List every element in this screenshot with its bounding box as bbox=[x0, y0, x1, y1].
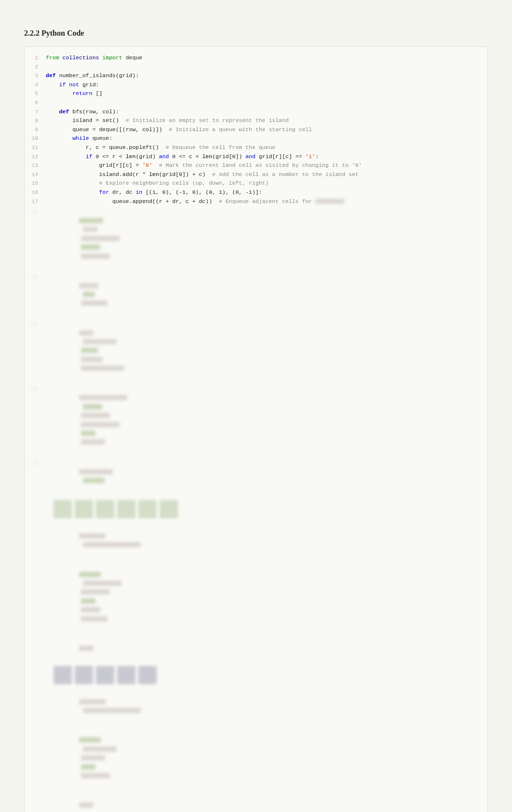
line-num-14: 14 bbox=[25, 170, 38, 179]
code-content-8: island = set() # Initialize an empty set… bbox=[46, 116, 480, 125]
line-num-1: 1 bbox=[25, 54, 38, 63]
line-num-6: 6 bbox=[25, 98, 38, 108]
code-line-10: 10 while queue: bbox=[25, 134, 487, 143]
code-content-5: return [] bbox=[46, 89, 480, 98]
code-line-6: 6 bbox=[25, 98, 487, 108]
blurred-visual-area-2 bbox=[25, 666, 487, 684]
code-line-7: 7 def bfs(row, col): bbox=[25, 108, 487, 117]
code-content-7: def bfs(row, col): bbox=[46, 108, 480, 116]
code-content-3: def number_of_islands(grid): bbox=[46, 71, 480, 80]
line-num-2: 2 bbox=[25, 63, 38, 72]
code-line-1: 1 from collections import deque bbox=[25, 54, 487, 63]
line-num-13: 13 bbox=[25, 161, 38, 170]
line-num-16: 16 bbox=[25, 188, 38, 197]
blurred-code-area: 18 19 20 bbox=[25, 206, 487, 495]
line-num-17: 17 bbox=[25, 197, 38, 206]
line-num-8: 8 bbox=[25, 116, 38, 125]
line-num-5: 5 bbox=[25, 89, 38, 98]
code-line-15: 15 # Explore neighboring cells (up, down… bbox=[25, 179, 487, 188]
code-line-12: 12 if 0 <= r < len(grid) and 0 <= c < le… bbox=[25, 152, 487, 162]
code-line-17: 17 queue.append((r + dr, c + dc)) # Enqu… bbox=[25, 197, 487, 206]
code-line-2: 2 bbox=[25, 63, 487, 72]
code-content-16: for dr, dc in [(1, 0), (-1, 0), (0, 1), … bbox=[46, 188, 480, 197]
page-container: 2.2.2 Python Code 1 from collections imp… bbox=[24, 29, 488, 812]
code-line-4: 4 if not grid: bbox=[25, 81, 487, 90]
code-content-1: from collections import deque bbox=[46, 54, 480, 62]
line-num-4: 4 bbox=[25, 81, 38, 90]
code-line-8: 8 island = set() # Initialize an empty s… bbox=[25, 116, 487, 125]
line-num-7: 7 bbox=[25, 108, 38, 117]
code-content-13: grid[r][c] = '0' # Mark the current land… bbox=[46, 161, 480, 170]
code-content-14: island.add(r * len(grid[0]) + c) # Add t… bbox=[46, 170, 480, 179]
line-num-11: 11 bbox=[25, 143, 38, 152]
blurred-text-area-3 bbox=[25, 687, 487, 812]
code-content-2 bbox=[46, 63, 480, 71]
code-content-6 bbox=[46, 98, 480, 107]
line-num-9: 9 bbox=[25, 125, 38, 135]
blurred-visual-area-1 bbox=[25, 500, 487, 518]
code-content-9: queue = deque([(row, col)]) # Initialize… bbox=[46, 125, 480, 134]
code-content-15: # Explore neighboring cells (up, down, l… bbox=[46, 179, 480, 188]
code-line-5: 5 return [] bbox=[25, 89, 487, 98]
code-content-12: if 0 <= r < len(grid) and 0 <= c < len(g… bbox=[46, 152, 480, 161]
line-num-12: 12 bbox=[25, 152, 38, 162]
code-content-10: while queue: bbox=[46, 134, 480, 143]
section-title: 2.2.2 Python Code bbox=[24, 29, 488, 38]
blurred-text-area-2 bbox=[25, 521, 487, 663]
code-line-3: 3 def number_of_islands(grid): bbox=[25, 71, 487, 81]
line-num-10: 10 bbox=[25, 134, 38, 143]
code-block: 1 from collections import deque 2 3 def … bbox=[24, 46, 488, 812]
line-num-3: 3 bbox=[25, 71, 38, 81]
code-line-11: 11 r, c = queue.popleft() # Dequeue the … bbox=[25, 143, 487, 152]
code-line-14: 14 island.add(r * len(grid[0]) + c) # Ad… bbox=[25, 170, 487, 179]
code-line-9: 9 queue = deque([(row, col)]) # Initiali… bbox=[25, 125, 487, 135]
code-line-13: 13 grid[r][c] = '0' # Mark the current l… bbox=[25, 161, 487, 170]
code-line-16: 16 for dr, dc in [(1, 0), (-1, 0), (0, 1… bbox=[25, 188, 487, 197]
code-content-4: if not grid: bbox=[46, 81, 480, 89]
code-content-11: r, c = queue.popleft() # Dequeue the cel… bbox=[46, 143, 480, 152]
line-num-15: 15 bbox=[25, 179, 38, 188]
code-content-17: queue.append((r + dr, c + dc)) # Enqueue… bbox=[46, 197, 480, 206]
